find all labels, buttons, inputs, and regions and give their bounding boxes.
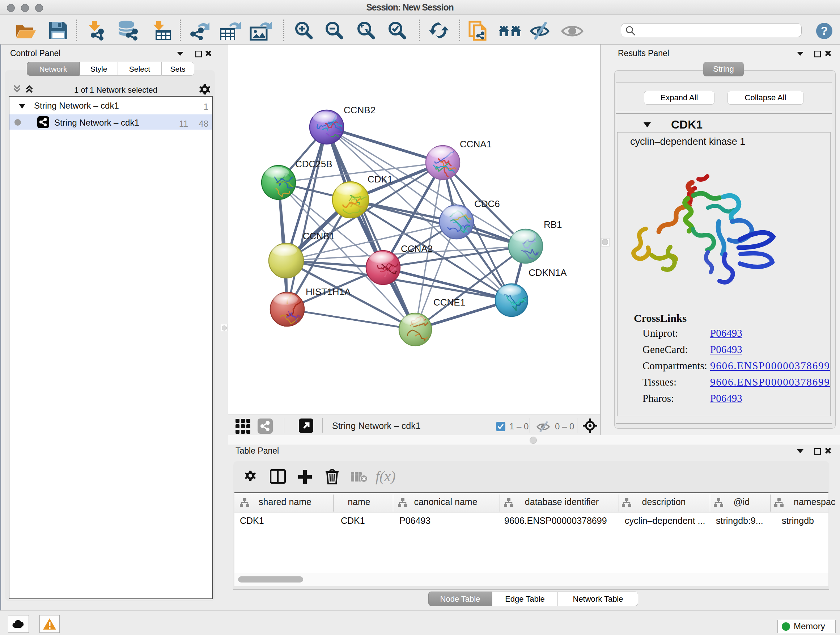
svg-text:HIST1H1A: HIST1H1A	[306, 287, 351, 297]
svg-text:CCNB2: CCNB2	[344, 105, 376, 116]
svg-text:CCNB1: CCNB1	[303, 231, 335, 241]
svg-text:CCNA1: CCNA1	[460, 139, 492, 149]
svg-text:CDC25B: CDC25B	[295, 158, 332, 169]
svg-text:CCNA2: CCNA2	[401, 243, 433, 254]
svg-text:CDKN1A: CDKN1A	[529, 267, 567, 278]
svg-text:RB1: RB1	[544, 219, 562, 230]
svg-text:CDK1: CDK1	[368, 174, 393, 185]
svg-text:CCNE1: CCNE1	[433, 297, 465, 308]
svg-text:CDC6: CDC6	[474, 198, 500, 209]
